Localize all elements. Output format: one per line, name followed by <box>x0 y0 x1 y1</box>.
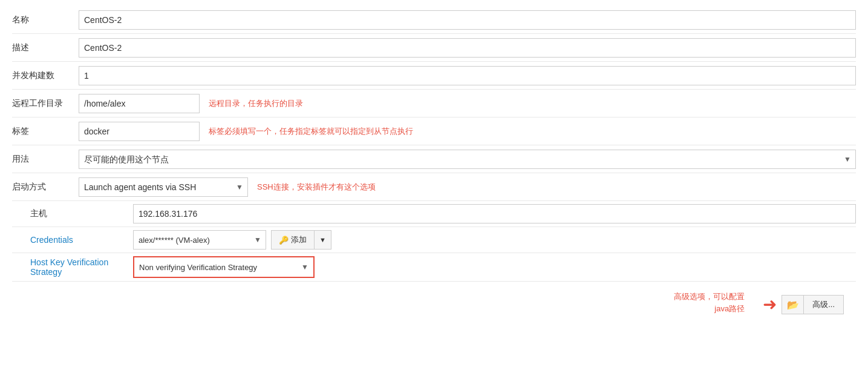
advanced-note-line1: 高级选项，可以配置 <box>674 292 745 301</box>
name-row: 名称 <box>12 6 856 34</box>
host-input[interactable] <box>133 204 856 223</box>
usage-label: 用法 <box>12 154 79 165</box>
usage-select-wrapper: 尽可能的使用这个节点 ▼ <box>79 150 856 169</box>
form-container: 名称 描述 并发构建数 远程工作目录 远程目录，任务执行的目 <box>0 0 868 326</box>
credentials-label: Credentials <box>12 235 133 245</box>
key-icon: 🔑 <box>279 236 289 245</box>
name-content <box>79 10 856 30</box>
host-key-content: Non verifying Verification Strategy ▼ <box>133 256 856 278</box>
usage-content: 尽可能的使用这个节点 ▼ <box>79 150 856 169</box>
launch-select[interactable]: Launch agent agents via SSH <box>79 177 248 197</box>
launch-label: 启动方式 <box>12 182 79 193</box>
host-key-row: Host Key Verification Strategy Non verif… <box>12 253 856 282</box>
credentials-select-wrapper: alex/****** (VM-alex) ▼ <box>133 230 266 250</box>
name-input-wrapper <box>79 10 856 30</box>
description-content <box>79 38 856 58</box>
tags-row: 标签 标签必须填写一个，任务指定标签就可以指定到从节点执行 <box>12 117 856 145</box>
credentials-content: alex/****** (VM-alex) ▼ 🔑 添加 ▼ <box>133 230 856 250</box>
host-key-select[interactable]: Non verifying Verification Strategy <box>133 256 315 278</box>
launch-row: 启动方式 Launch agent agents via SSH ▼ SSH连接… <box>12 173 856 201</box>
credentials-select[interactable]: alex/****** (VM-alex) <box>133 230 266 250</box>
tags-label: 标签 <box>12 126 79 137</box>
name-input[interactable] <box>79 10 856 30</box>
tags-content: 标签必须填写一个，任务指定标签就可以指定到从节点执行 <box>79 122 856 141</box>
host-key-select-wrapper: Non verifying Verification Strategy ▼ <box>133 256 315 278</box>
description-label: 描述 <box>12 42 79 53</box>
advanced-note: 高级选项，可以配置 java路径 <box>674 291 745 314</box>
advanced-note-line2: java路径 <box>714 304 745 313</box>
description-input-wrapper <box>79 38 856 58</box>
concurrent-label: 并发构建数 <box>12 70 79 81</box>
add-button-label: 添加 <box>291 234 307 245</box>
add-button[interactable]: 🔑 添加 <box>271 230 314 250</box>
arrow-right-icon: ➜ <box>763 294 777 314</box>
usage-row: 用法 尽可能的使用这个节点 ▼ <box>12 145 856 173</box>
remote-dir-hint: 远程目录，任务执行的目录 <box>209 98 303 109</box>
advanced-section: 高级选项，可以配置 java路径 ➜ 📂 高级... <box>12 282 856 320</box>
tags-hint: 标签必须填写一个，任务指定标签就可以指定到从节点执行 <box>209 126 413 137</box>
remote-dir-input-wrapper: 远程目录，任务执行的目录 <box>79 94 856 113</box>
launch-hint: SSH连接，安装插件才有这个选项 <box>257 182 376 193</box>
host-content <box>133 204 856 223</box>
name-label: 名称 <box>12 15 79 25</box>
usage-select[interactable]: 尽可能的使用这个节点 <box>79 150 856 169</box>
host-key-label: Host Key Verification Strategy <box>12 257 133 277</box>
concurrent-input[interactable] <box>79 66 856 85</box>
advanced-btn-wrapper: 📂 高级... <box>782 295 844 314</box>
launch-select-wrapper: Launch agent agents via SSH ▼ <box>79 177 248 197</box>
description-input[interactable] <box>79 38 856 58</box>
concurrent-input-wrapper <box>79 66 856 85</box>
remote-dir-content: 远程目录，任务执行的目录 <box>79 94 856 113</box>
launch-content: Launch agent agents via SSH ▼ SSH连接，安装插件… <box>79 177 856 197</box>
tags-input[interactable] <box>79 122 200 141</box>
description-row: 描述 <box>12 34 856 62</box>
host-row: 主机 <box>12 201 856 227</box>
advanced-icon-button[interactable]: 📂 <box>782 295 803 314</box>
add-button-wrapper: 🔑 添加 ▼ <box>271 230 331 250</box>
add-button-dropdown[interactable]: ▼ <box>314 230 331 250</box>
remote-dir-row: 远程工作目录 远程目录，任务执行的目录 <box>12 90 856 117</box>
remote-dir-input[interactable] <box>79 94 200 113</box>
host-label: 主机 <box>12 208 133 219</box>
concurrent-row: 并发构建数 <box>12 62 856 90</box>
tags-input-wrapper: 标签必须填写一个，任务指定标签就可以指定到从节点执行 <box>79 122 856 141</box>
advanced-button[interactable]: 高级... <box>803 295 844 314</box>
folder-icon: 📂 <box>787 299 799 311</box>
credentials-row: Credentials alex/****** (VM-alex) ▼ 🔑 添加… <box>12 227 856 253</box>
concurrent-content <box>79 66 856 85</box>
remote-dir-label: 远程工作目录 <box>12 98 79 109</box>
